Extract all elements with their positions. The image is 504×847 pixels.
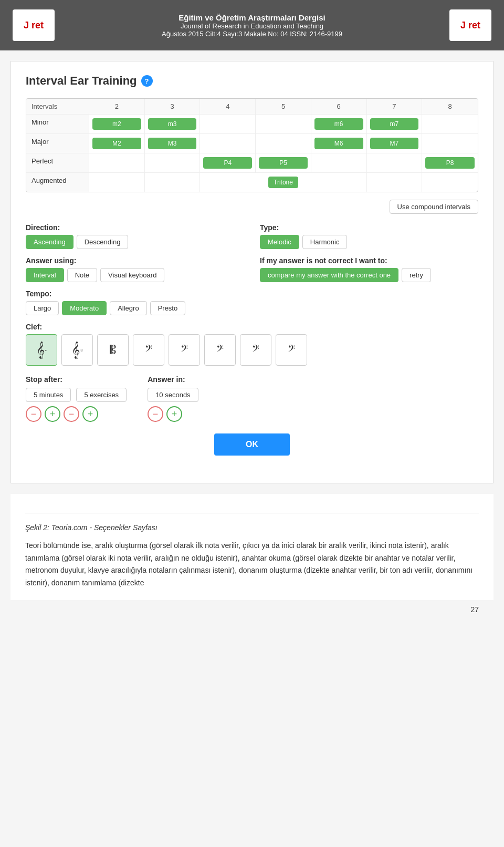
minor-8-cell [422, 115, 478, 133]
P8-cell[interactable]: P8 [422, 153, 478, 172]
M3-cell[interactable]: M3 [145, 134, 201, 153]
answer-in-plus[interactable]: + [166, 406, 182, 422]
intervals-table: Intervals 2 3 4 5 6 7 8 Minor m2 m3 m6 m… [26, 98, 478, 192]
journal-title: Eğitim ve Öğretim Araştırmaları Dergisi [55, 13, 449, 22]
page-title-row: Interval Ear Training ? [26, 74, 478, 88]
clef-tenor1-button[interactable]: 𝄢 [204, 334, 236, 366]
answer-in-section: Answer in: 10 seconds − + [148, 375, 198, 422]
tempo-largo-button[interactable]: Largo [26, 301, 59, 315]
P8-button[interactable]: P8 [425, 157, 475, 169]
article-section: Şekil 2: Teoria.com - Seçenekler Sayfası… [10, 494, 494, 600]
m3-cell[interactable]: m3 [145, 115, 201, 133]
major-5-cell [256, 134, 311, 153]
M6-button[interactable]: M6 [314, 138, 363, 149]
article-text: Teori bölümünde ise, aralık oluşturma (g… [25, 540, 479, 590]
col-5: 5 [256, 99, 311, 114]
compare-answer-button[interactable]: compare my answer with the correct one [260, 268, 398, 282]
stop-minutes-plus[interactable]: + [45, 406, 60, 422]
P5-button[interactable]: P5 [259, 157, 308, 169]
type-buttons: Melodic Harmonic [260, 235, 478, 249]
perfect-row: Perfect P4 P5 P8 [26, 153, 478, 173]
m3-button[interactable]: m3 [148, 118, 197, 130]
tempo-allegro-button[interactable]: Allegro [110, 301, 146, 315]
tempo-presto-button[interactable]: Presto [150, 301, 186, 315]
retry-button[interactable]: retry [402, 268, 431, 282]
M7-cell[interactable]: M7 [367, 134, 423, 153]
m6-cell[interactable]: m6 [311, 115, 367, 133]
answer-visual-button[interactable]: Visual keyboard [100, 268, 164, 282]
M3-button[interactable]: M3 [148, 138, 197, 149]
tempo-section: Tempo: Largo Moderato Allegro Presto [26, 290, 478, 315]
main-content: Interval Ear Training ? Intervals 2 3 4 … [10, 61, 494, 483]
clef-treble2-button[interactable]: 𝄞8 [61, 334, 93, 366]
answer-in-minus[interactable]: − [148, 406, 163, 422]
aug-8-cell [422, 173, 478, 192]
journal-subtitle: Journal of Research in Education and Tea… [55, 22, 449, 30]
clef-bass-button[interactable]: 𝄢 [276, 334, 307, 366]
use-compound-button[interactable]: Use compound intervals [390, 200, 478, 214]
stop-exercises-minus[interactable]: − [64, 406, 79, 422]
P4-cell[interactable]: P4 [200, 153, 256, 172]
stop-exercises-value: 5 exercises [76, 388, 127, 402]
type-melodic-button[interactable]: Melodic [260, 235, 299, 249]
aug-2-cell [89, 173, 145, 192]
col-2: 2 [89, 99, 145, 114]
clef-alto3-button[interactable]: 𝄢 [169, 334, 200, 366]
col-6: 6 [311, 99, 367, 114]
clef-tenor2-button[interactable]: 𝄢 [240, 334, 271, 366]
clef-alto1-button[interactable]: 𝄡 [97, 334, 129, 366]
m2-button[interactable]: m2 [92, 118, 141, 130]
answer-note-button[interactable]: Note [67, 268, 97, 282]
minor-label: Minor [26, 115, 89, 133]
m7-cell[interactable]: m7 [367, 115, 423, 133]
stop-steppers: − + − + [26, 406, 127, 422]
if-not-correct-section: If my answer is not correct I want to: c… [260, 256, 478, 282]
direction-descending-button[interactable]: Descending [77, 235, 129, 249]
direction-section: Direction: Ascending Descending [26, 223, 244, 249]
intervals-header-row: Intervals 2 3 4 5 6 7 8 [26, 99, 478, 115]
clef-section: Clef: 𝄞• 𝄞8 𝄡 𝄢 𝄢 𝄢 𝄢 𝄢 [26, 323, 478, 366]
stop-answer-row: Stop after: 5 minutes 5 exercises − + − … [26, 375, 478, 422]
m6-button[interactable]: m6 [314, 118, 363, 130]
answer-using-buttons: Interval Note Visual keyboard [26, 268, 244, 282]
P5-cell[interactable]: P5 [256, 153, 311, 172]
P4-button[interactable]: P4 [203, 157, 252, 169]
major-4-cell [200, 134, 256, 153]
use-compound-row: Use compound intervals [26, 200, 478, 214]
tempo-buttons: Largo Moderato Allegro Presto [26, 301, 478, 315]
tritone-cell[interactable]: Tritone [200, 173, 366, 192]
type-harmonic-button[interactable]: Harmonic [302, 235, 348, 249]
stop-minutes-value: 5 minutes [26, 388, 71, 402]
clef-treble-button[interactable]: 𝄞• [26, 334, 57, 366]
clef-alto2-button[interactable]: 𝄢 [133, 334, 164, 366]
journal-info: Ağustos 2015 Cilt:4 Sayı:3 Makale No: 04… [55, 30, 449, 38]
direction-type-row: Direction: Ascending Descending Type: Me… [26, 223, 478, 249]
direction-ascending-button[interactable]: Ascending [26, 235, 74, 249]
stop-exercises-plus[interactable]: + [82, 406, 98, 422]
tritone-button[interactable]: Tritone [268, 177, 298, 188]
page-number: 27 [470, 605, 479, 614]
ok-button[interactable]: OK [214, 433, 290, 456]
M2-cell[interactable]: M2 [89, 134, 145, 153]
answer-using-label: Answer using: [26, 256, 244, 265]
major-label: Major [26, 134, 89, 153]
col-7: 7 [367, 99, 423, 114]
help-icon[interactable]: ? [141, 75, 153, 87]
stop-minutes-minus[interactable]: − [26, 406, 41, 422]
m2-cell[interactable]: m2 [89, 115, 145, 133]
tempo-moderato-button[interactable]: Moderato [62, 301, 107, 315]
minor-5-cell [256, 115, 311, 133]
intervals-label-header: Intervals [26, 99, 89, 114]
header-center: Eğitim ve Öğretim Araştırmaları Dergisi … [55, 13, 449, 38]
page-footer: 27 [10, 600, 494, 619]
col-4: 4 [200, 99, 256, 114]
perfect-2-cell [89, 153, 145, 172]
M2-button[interactable]: M2 [92, 138, 141, 149]
answer-interval-button[interactable]: Interval [26, 268, 64, 282]
stop-after-label: Stop after: [26, 375, 127, 384]
M7-button[interactable]: M7 [370, 138, 419, 149]
M6-cell[interactable]: M6 [311, 134, 367, 153]
m7-button[interactable]: m7 [370, 118, 419, 130]
col-8: 8 [422, 99, 478, 114]
perfect-6-cell [311, 153, 367, 172]
